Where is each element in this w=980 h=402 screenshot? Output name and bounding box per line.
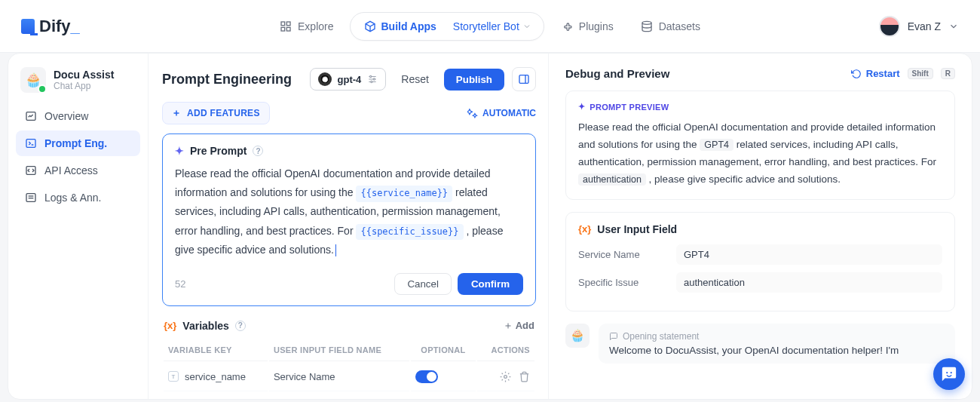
cube-icon	[364, 20, 376, 32]
debug-header: Debug and Preview Restart Shift R	[565, 67, 972, 80]
nav-label: Datasets	[659, 20, 700, 32]
sparkle-icon: ✦	[175, 145, 184, 157]
plus-icon	[172, 109, 181, 118]
columns-icon	[518, 73, 530, 85]
variable-icon: {x}	[578, 223, 591, 235]
logo-text: Dify	[39, 17, 80, 36]
preprompt-card: ✦ Pre Prompt ? Please read the official …	[162, 133, 536, 306]
sidebar-item-overview[interactable]: Overview	[16, 103, 140, 129]
user-menu[interactable]: Evan Z	[879, 16, 959, 37]
input-field-row: Specific Issue authentication	[578, 272, 942, 293]
editor-toolbar: ADD FEATURES AUTOMATIC	[162, 102, 536, 124]
nav-label: Build Apps	[381, 20, 436, 32]
trash-icon[interactable]	[519, 371, 530, 382]
bot-avatar: 🧁	[565, 324, 590, 348]
col-actions: ACTIONS	[477, 339, 534, 361]
chevron-down-icon	[948, 21, 959, 32]
text-cursor	[335, 244, 336, 256]
card-header: ✦ Pre Prompt ?	[175, 145, 523, 157]
add-features-button[interactable]: ADD FEATURES	[162, 102, 270, 124]
sidebar: 🧁 Docu Assist Chat App Overview Prompt E…	[8, 54, 149, 399]
nav-build[interactable]: Build Apps	[355, 16, 445, 37]
svg-rect-1	[286, 22, 290, 26]
app-name: Docu Assist	[54, 69, 114, 81]
chat-smile-icon	[941, 366, 957, 382]
opening-label: Opening statement	[609, 331, 945, 342]
nav-bot-dropdown[interactable]: Storyteller Bot	[449, 16, 539, 37]
sidebar-item-label: Overview	[44, 110, 88, 122]
chat-bubble: Opening statement Welcome to DocuAssist,…	[599, 324, 955, 364]
sidebar-item-prompt[interactable]: Prompt Eng.	[16, 130, 140, 156]
table-row: Tservice_name Service Name	[164, 363, 534, 391]
field-label: Service Name	[578, 249, 676, 260]
variable-icon: {x}	[164, 320, 176, 331]
nav-label: Explore	[298, 20, 333, 32]
app-header[interactable]: 🧁 Docu Assist Chat App	[16, 67, 140, 103]
input-field-row: Service Name GPT4	[578, 244, 942, 265]
variables-header: {x} Variables ? Add	[162, 320, 536, 332]
restart-button[interactable]: Restart Shift R	[851, 68, 955, 79]
variable-chip[interactable]: {{specific_issue}}	[356, 224, 463, 241]
var-key: service_name	[185, 371, 246, 382]
gear-icon[interactable]	[500, 371, 511, 382]
publish-button[interactable]: Publish	[444, 69, 504, 91]
nav-label: Plugins	[579, 20, 614, 32]
field-input[interactable]: GPT4	[676, 244, 942, 265]
wand-icon	[467, 108, 478, 118]
nav-plugins[interactable]: Plugins	[550, 14, 624, 38]
info-icon[interactable]: ?	[253, 146, 263, 156]
logo-icon	[21, 19, 35, 34]
user-name: Evan Z	[908, 20, 941, 32]
sidebar-item-api[interactable]: API Access	[16, 158, 140, 183]
app-icon: 🧁	[20, 67, 46, 93]
layout-toggle-button[interactable]	[512, 67, 536, 91]
svg-point-14	[370, 75, 372, 77]
col-optional: OPTIONAL	[411, 339, 475, 361]
text-icon: T	[168, 371, 179, 382]
openai-icon: ✺	[318, 72, 332, 86]
optional-toggle[interactable]	[415, 370, 438, 383]
field-input[interactable]: authentication	[676, 272, 942, 293]
main: Prompt Engineering ✺ gpt-4 Reset Publish	[149, 54, 972, 399]
model-selector[interactable]: ✺ gpt-4	[310, 68, 387, 91]
field-label: Specific Issue	[578, 277, 676, 288]
sliders-icon	[367, 74, 378, 84]
nav-explore[interactable]: Explore	[269, 14, 344, 38]
svg-point-23	[504, 376, 507, 379]
reset-button[interactable]: Reset	[394, 69, 436, 90]
var-field: Specific Issue	[269, 393, 409, 399]
confirm-button[interactable]: Confirm	[458, 273, 523, 295]
card-footer: 52 Cancel Confirm	[175, 273, 523, 295]
kbd-hint: R	[941, 68, 955, 79]
filled-value: authentication	[578, 173, 646, 186]
cancel-button[interactable]: Cancel	[394, 273, 452, 295]
svg-point-16	[371, 81, 372, 82]
nav-datasets[interactable]: Datasets	[630, 14, 711, 38]
variable-chip[interactable]: {{service_name}}	[356, 186, 452, 202]
editor-column: Prompt Engineering ✺ gpt-4 Reset Publish	[149, 54, 548, 399]
gauge-icon	[25, 110, 37, 122]
svg-rect-3	[286, 27, 290, 31]
col-field: USER INPUT FIELD NAME	[269, 339, 409, 361]
sidebar-item-logs[interactable]: Logs & Ann.	[16, 185, 140, 210]
preview-label: ✦ PROMPT PREVIEW	[578, 102, 942, 112]
message-icon	[609, 332, 618, 341]
page-title: Prompt Engineering	[162, 72, 292, 87]
topbar: Dify Explore Build Apps Storyteller Bot …	[0, 0, 980, 53]
help-fab[interactable]	[933, 358, 965, 390]
sidebar-item-label: Logs & Ann.	[44, 192, 102, 204]
table-row: Tspecific_issue Specific Issue	[164, 393, 534, 399]
col-key: VARIABLE KEY	[164, 339, 268, 361]
card-title: Pre Prompt	[190, 145, 247, 157]
avatar	[879, 16, 900, 37]
info-icon[interactable]: ?	[235, 321, 246, 331]
logo[interactable]: Dify	[21, 17, 80, 36]
preview-column: Debug and Preview Restart Shift R ✦ PROM…	[548, 54, 972, 399]
prompt-editor[interactable]: Please read the official OpenAI document…	[175, 164, 523, 259]
database-icon	[641, 20, 653, 32]
automatic-button[interactable]: AUTOMATIC	[467, 108, 536, 118]
preview-body: Please read the official OpenAI document…	[578, 119, 942, 189]
prompt-preview-box: ✦ PROMPT PREVIEW Please read the officia…	[565, 91, 955, 200]
add-variable-button[interactable]: Add	[504, 320, 534, 331]
kbd-hint: Shift	[908, 68, 933, 79]
